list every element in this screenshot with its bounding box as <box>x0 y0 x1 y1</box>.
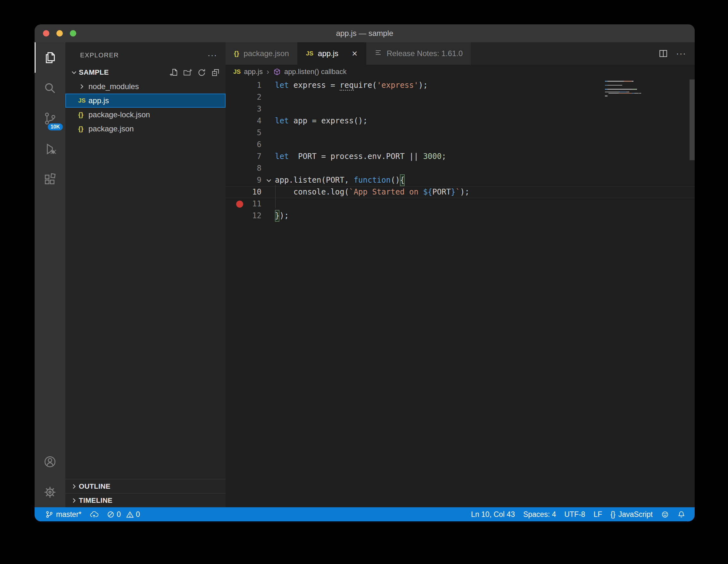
tree-item-package-lock-json[interactable]: {} package-lock.json <box>65 108 226 122</box>
chevron-right-icon <box>70 497 79 504</box>
cursor-position-status[interactable]: Ln 10, Col 43 <box>467 507 519 521</box>
feedback-button[interactable] <box>657 507 673 521</box>
encoding-status[interactable]: UTF-8 <box>560 507 589 521</box>
code-line-10[interactable]: 10 console.log(`App Started on ${PORT}`)… <box>226 186 695 198</box>
file-tree: node_modules JS app.js {} package-lock.j… <box>65 79 226 136</box>
problems-status[interactable]: 0 0 <box>103 507 147 521</box>
files-icon <box>43 50 57 65</box>
activity-extensions-button[interactable] <box>35 164 65 195</box>
code-line-8[interactable]: 8 <box>226 162 695 174</box>
line-number[interactable]: 2 <box>226 91 261 103</box>
window-title: app.js — sample <box>35 24 695 42</box>
new-file-button[interactable] <box>170 68 178 77</box>
eol-status[interactable]: LF <box>589 507 606 521</box>
explorer-sidebar: EXPLORER ··· SAMPLE <box>65 42 226 507</box>
section-sample[interactable]: SAMPLE <box>65 65 226 79</box>
warning-count: 0 <box>136 510 140 519</box>
json-file-icon: {} <box>234 50 239 57</box>
sidebar-title: EXPLORER <box>80 52 119 59</box>
line-number[interactable]: 9 <box>226 174 261 186</box>
close-tab-button[interactable]: × <box>352 49 358 58</box>
sidebar-bottom-sections: OUTLINE TIMELINE <box>65 479 226 507</box>
activity-run-debug-button[interactable] <box>35 134 65 164</box>
extensions-icon <box>43 172 57 187</box>
activity-settings-button[interactable] <box>35 477 65 507</box>
code-line-3[interactable]: 3 <box>226 103 695 115</box>
code-line-5[interactable]: 5 <box>226 127 695 139</box>
section-outline[interactable]: OUTLINE <box>65 479 226 493</box>
line-number[interactable]: 6 <box>226 139 261 151</box>
code-line-4[interactable]: 4let app = express(); <box>226 115 695 127</box>
breadcrumb-file[interactable]: app.js <box>244 68 263 76</box>
eol-label: LF <box>593 510 602 519</box>
code-line-9[interactable]: 9app.listen(PORT, function(){ <box>226 174 695 186</box>
account-icon <box>43 454 57 469</box>
activity-accounts-button[interactable] <box>35 446 65 477</box>
tree-item-label: app.js <box>88 96 109 105</box>
tab-app-js[interactable]: JS app.js × <box>298 42 366 65</box>
sync-changes-button[interactable] <box>86 507 103 521</box>
feedback-smiley-icon <box>661 510 669 518</box>
activity-search-button[interactable] <box>35 73 65 103</box>
activity-source-control-button[interactable]: 10K <box>35 103 65 134</box>
code-line-7[interactable]: 7let PORT = process.env.PORT || 3000; <box>226 151 695 162</box>
code-line-12[interactable]: 12}); <box>226 210 695 222</box>
new-folder-button[interactable] <box>183 68 192 77</box>
line-number[interactable]: 8 <box>226 162 261 174</box>
status-bar-right: Ln 10, Col 43 Spaces: 4 UTF-8 LF {} Java… <box>467 507 690 521</box>
section-outline-label: OUTLINE <box>79 482 111 491</box>
line-col-label: Ln 10, Col 43 <box>471 510 515 519</box>
bell-icon <box>677 510 685 518</box>
sidebar-more-actions-button[interactable]: ··· <box>208 51 217 60</box>
minimap[interactable] <box>605 81 663 97</box>
breadcrumb-symbol[interactable]: app.listen() callback <box>284 68 346 76</box>
code-line-6[interactable]: 6 <box>226 139 695 151</box>
indent-guide <box>275 185 276 208</box>
editor-more-actions-button[interactable]: ··· <box>676 49 686 59</box>
section-actions <box>170 68 226 77</box>
json-file-icon: {} <box>78 111 83 119</box>
tree-item-node-modules[interactable]: node_modules <box>65 79 226 94</box>
status-bar: master* 0 0 Ln 10, Col 43 Spaces: 4 <box>35 507 695 521</box>
line-number[interactable]: 10 <box>226 187 261 198</box>
collapse-folders-button[interactable] <box>211 68 220 77</box>
title-bar: app.js — sample <box>35 24 695 42</box>
line-number[interactable]: 4 <box>226 115 261 127</box>
sidebar-header: EXPLORER ··· <box>65 42 226 65</box>
tab-package-json[interactable]: {} package.json <box>226 42 298 65</box>
activity-bar: 10K <box>35 42 65 507</box>
indentation-label: Spaces: 4 <box>523 510 556 519</box>
line-number[interactable]: 11 <box>226 198 261 210</box>
code-editor[interactable]: 1let express = require('express');234let… <box>226 79 695 507</box>
editor-scrollbar[interactable] <box>690 79 695 160</box>
new-folder-icon <box>183 68 192 77</box>
line-number[interactable]: 3 <box>226 103 261 115</box>
split-editor-icon <box>659 49 668 58</box>
activity-explorer-button[interactable] <box>35 42 65 73</box>
braces-icon: {} <box>610 510 615 519</box>
notifications-button[interactable] <box>673 507 690 521</box>
line-number[interactable]: 7 <box>226 151 261 162</box>
git-branch-status[interactable]: master* <box>41 507 86 521</box>
breadcrumb-separator: › <box>266 67 270 76</box>
tree-item-app-js[interactable]: JS app.js <box>65 94 226 108</box>
encoding-label: UTF-8 <box>564 510 585 519</box>
line-number[interactable]: 12 <box>226 210 261 222</box>
indentation-status[interactable]: Spaces: 4 <box>519 507 560 521</box>
tree-item-package-json[interactable]: {} package.json <box>65 122 226 136</box>
line-number[interactable]: 5 <box>226 127 261 139</box>
tab-release-notes[interactable]: Release Notes: 1.61.0 <box>366 42 471 65</box>
section-timeline-label: TIMELINE <box>79 496 112 505</box>
fold-chevron-icon[interactable] <box>263 174 275 186</box>
tree-item-label: node_modules <box>88 82 139 91</box>
split-editor-button[interactable] <box>659 49 668 58</box>
json-file-icon: {} <box>78 125 83 133</box>
error-count: 0 <box>117 510 121 519</box>
refresh-button[interactable] <box>197 68 206 77</box>
section-timeline[interactable]: TIMELINE <box>65 493 226 507</box>
breakpoint-dot[interactable] <box>236 201 243 208</box>
language-mode-status[interactable]: {} JavaScript <box>606 507 657 521</box>
activity-bar-spacer <box>35 195 65 446</box>
code-line-11[interactable]: 11 <box>226 198 695 210</box>
line-number[interactable]: 1 <box>226 79 261 91</box>
